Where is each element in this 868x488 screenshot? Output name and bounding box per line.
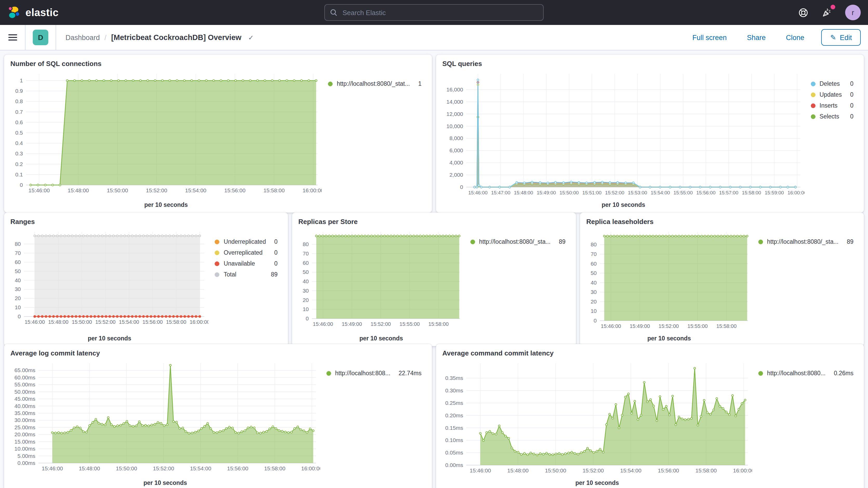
legend-item[interactable]: http://localhost:8080/_sta...89 (758, 239, 854, 245)
svg-text:15:50:00: 15:50:00 (107, 187, 128, 193)
clone-link[interactable]: Clone (783, 33, 807, 42)
panel-title: Average command commit latency (442, 349, 858, 357)
legend-item[interactable]: Underreplicated0 (215, 239, 278, 245)
legend-label: http://localhost:8080/_sta... (479, 239, 551, 245)
chart-canvas[interactable]: 15:46:0015:49:0015:52:0015:55:0015:58:00… (298, 226, 464, 333)
svg-text:15:47:00: 15:47:00 (491, 190, 510, 195)
svg-text:0: 0 (20, 182, 23, 188)
chart-legend: http://localhost:8080/_sta...89 (464, 226, 570, 344)
svg-text:15:58:00: 15:58:00 (428, 321, 448, 327)
svg-text:16:00:00: 16:00:00 (190, 319, 209, 325)
svg-text:80: 80 (303, 241, 309, 247)
svg-text:5.00ms: 5.00ms (18, 453, 35, 459)
legend-dot-icon (327, 371, 331, 375)
svg-text:15:58:00: 15:58:00 (264, 187, 285, 193)
panel-ranges: Ranges 15:46:0015:48:0015:50:0015:52:001… (4, 213, 288, 346)
legend-value: 89 (551, 239, 565, 245)
legend-item[interactable]: Unavailable0 (215, 261, 278, 267)
svg-text:40.00ms: 40.00ms (14, 403, 35, 409)
svg-text:15:54:00: 15:54:00 (185, 187, 206, 193)
svg-text:15:58:00: 15:58:00 (742, 190, 761, 195)
legend-label: Underreplicated (224, 239, 266, 245)
svg-text:15.00ms: 15.00ms (14, 439, 35, 445)
help-life-ring-icon[interactable] (797, 7, 809, 18)
pencil-icon: ✎ (830, 33, 836, 41)
svg-text:15:49:00: 15:49:00 (630, 323, 650, 329)
legend-value: 89 (262, 271, 278, 277)
legend-item[interactable]: Total89 (215, 271, 278, 277)
chart-canvas[interactable]: 15:46:0015:48:0015:50:0015:52:0015:54:00… (10, 226, 209, 333)
svg-text:15:52:00: 15:52:00 (658, 323, 679, 329)
svg-text:1: 1 (20, 78, 23, 84)
svg-text:0.25ms: 0.25ms (445, 400, 463, 406)
svg-text:16:00:00: 16:00:00 (733, 467, 752, 474)
svg-text:15:48:00: 15:48:00 (79, 465, 100, 471)
search-input[interactable] (341, 8, 538, 17)
legend-dot-icon (758, 371, 763, 375)
svg-text:15:58:00: 15:58:00 (695, 467, 717, 474)
svg-text:0.9: 0.9 (16, 88, 23, 94)
global-search[interactable] (324, 4, 544, 21)
x-axis-caption: per 10 seconds (586, 333, 752, 344)
svg-text:10,000: 10,000 (446, 123, 463, 129)
search-icon (330, 9, 337, 16)
svg-text:50: 50 (303, 269, 309, 275)
user-avatar[interactable]: r (845, 5, 861, 20)
svg-text:60: 60 (303, 260, 309, 266)
legend-dot-icon (215, 250, 220, 255)
legend-item[interactable]: Inserts0 (811, 102, 854, 109)
legend-item[interactable]: http://localhost:8080/_sta...89 (470, 239, 566, 245)
svg-text:0.35ms: 0.35ms (445, 375, 463, 381)
menu-hamburger-icon[interactable] (0, 25, 26, 50)
svg-text:15:55:00: 15:55:00 (399, 321, 420, 327)
legend-label: Deletes (820, 81, 840, 87)
full-screen-link[interactable]: Full screen (689, 33, 730, 42)
legend-dot-icon (215, 239, 220, 244)
news-party-popper-icon[interactable] (821, 7, 833, 18)
dashboard-toolbar: D Dashboard / [Metricbeat CockroachDB] O… (0, 25, 868, 51)
brand[interactable]: elastic (7, 5, 59, 20)
title-check-icon[interactable]: ✓ (248, 33, 254, 41)
chart-canvas[interactable]: 15:46:0015:48:0015:50:0015:52:0015:54:00… (442, 358, 752, 478)
edit-button[interactable]: ✎ Edit (822, 29, 861, 46)
svg-text:15:59:00: 15:59:00 (765, 190, 784, 195)
svg-text:60.00ms: 60.00ms (14, 374, 35, 380)
legend-value: 89 (838, 239, 854, 245)
share-link[interactable]: Share (744, 33, 769, 42)
legend-item[interactable]: http://localhost:8080/_stat...1 (328, 81, 422, 87)
chart-canvas[interactable]: 15:46:0015:48:0015:50:0015:52:0015:54:00… (10, 69, 322, 200)
legend-item[interactable]: Deletes0 (811, 81, 854, 87)
legend-item[interactable]: http://localhost:8080...0.26ms (758, 370, 854, 376)
svg-text:30: 30 (591, 289, 597, 295)
chart-canvas[interactable]: 15:46:0015:47:0015:48:0015:49:0015:50:00… (442, 69, 805, 200)
svg-text:0.05ms: 0.05ms (445, 450, 463, 456)
svg-text:50.00ms: 50.00ms (14, 389, 35, 395)
svg-text:15:50:00: 15:50:00 (116, 465, 137, 471)
svg-text:15:56:00: 15:56:00 (227, 465, 248, 471)
x-axis-caption: per 10 seconds (298, 333, 464, 344)
svg-text:10.00ms: 10.00ms (14, 446, 35, 452)
svg-text:15:55:00: 15:55:00 (674, 190, 693, 195)
breadcrumb-dashboard-link[interactable]: Dashboard (65, 33, 100, 41)
svg-text:0.15ms: 0.15ms (445, 425, 463, 431)
svg-text:20: 20 (15, 295, 21, 301)
svg-text:80: 80 (591, 241, 597, 247)
legend-value: 0 (842, 102, 854, 109)
svg-text:15:46:00: 15:46:00 (29, 187, 50, 193)
chart-canvas[interactable]: 15:46:0015:48:0015:50:0015:52:0015:54:00… (10, 358, 320, 478)
dashboard-app-badge[interactable]: D (26, 25, 56, 50)
svg-text:15:56:00: 15:56:00 (658, 467, 679, 474)
svg-text:15:49:00: 15:49:00 (537, 190, 556, 195)
svg-text:16:00:00: 16:00:00 (301, 465, 320, 471)
legend-item[interactable]: Updates0 (811, 91, 854, 98)
legend-item[interactable]: http://localhost:808...22.74ms (327, 370, 422, 376)
legend-label: Unavailable (224, 261, 255, 267)
svg-text:15:52:00: 15:52:00 (371, 321, 391, 327)
legend-item[interactable]: Overreplicated0 (215, 249, 278, 256)
svg-text:0.3: 0.3 (16, 150, 23, 156)
legend-item[interactable]: Selects0 (811, 113, 854, 120)
chart-canvas[interactable]: 15:46:0015:49:0015:52:0015:55:0015:58:00… (586, 226, 752, 333)
svg-text:40: 40 (303, 278, 309, 284)
svg-text:2,000: 2,000 (450, 172, 463, 178)
svg-text:15:46:00: 15:46:00 (313, 321, 333, 327)
